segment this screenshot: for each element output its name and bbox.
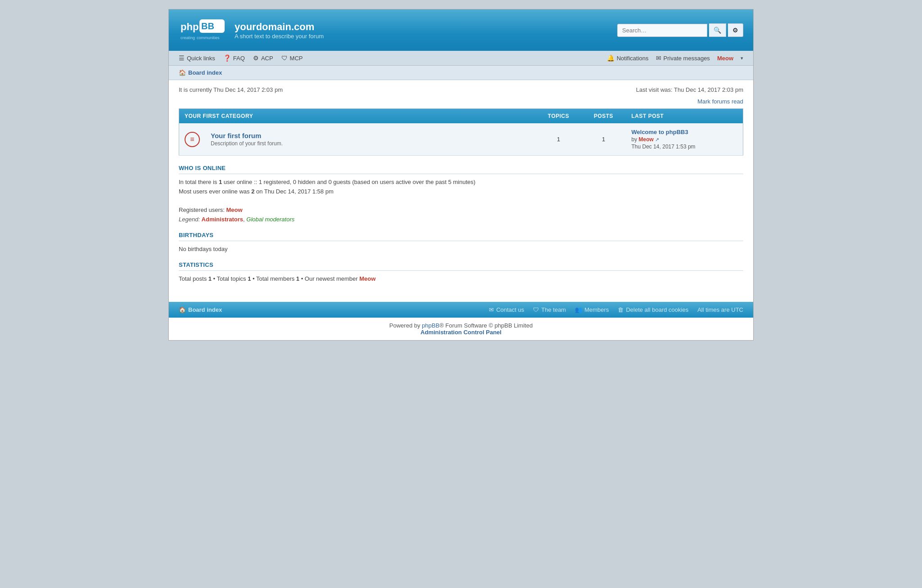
footer-bar: 🏠 Board index ✉ Contact us 🛡 The team 👥 … — [169, 302, 753, 318]
birthdays-title: BIRTHDAYS — [179, 232, 743, 241]
admin-panel-link[interactable]: Administration Control Panel — [420, 329, 502, 336]
table-row: ≡ Your first forum Description of your f… — [179, 123, 743, 156]
who-is-online-section: WHO IS ONLINE In total there is 1 user o… — [179, 165, 743, 224]
private-messages-link[interactable]: ✉ Private messages — [656, 54, 710, 62]
trash-icon: 🗑 — [618, 306, 624, 313]
footer-board-index: 🏠 Board index — [179, 306, 222, 313]
forum-description: Description of your first forum. — [211, 140, 531, 147]
footer-right-links: ✉ Contact us 🛡 The team 👥 Members 🗑 Dele… — [489, 306, 743, 313]
main-content: It is currently Thu Dec 14, 2017 2:03 pm… — [169, 80, 753, 297]
navbar: ☰ Quick links ❓ FAQ ⚙ ACP 🛡 MCP 🔔 Notifi… — [169, 51, 753, 66]
who-is-online-title: WHO IS ONLINE — [179, 165, 743, 174]
envelope-footer-icon: ✉ — [489, 306, 494, 313]
last-post-link[interactable]: Welcome to phpBB3 — [632, 129, 688, 135]
powered-by: Powered by phpBB® Forum Software © phpBB… — [169, 318, 753, 340]
admin-panel-line: Administration Control Panel — [173, 329, 749, 336]
last-post-header: LAST POST — [626, 109, 743, 124]
mod-legend-link[interactable]: Global moderators — [246, 216, 294, 223]
powered-by-line: Powered by phpBB® Forum Software © phpBB… — [173, 322, 749, 329]
who-is-online-content: In total there is 1 user online :: 1 reg… — [179, 178, 743, 224]
site-info: yourdomain.com A short text to describe … — [235, 21, 324, 40]
members-icon: 👥 — [575, 306, 582, 313]
forum-icon-cell: ≡ — [179, 123, 206, 156]
statistics-content: Total posts 1 • Total topics 1 • Total m… — [179, 274, 743, 284]
contact-us-link[interactable]: ✉ Contact us — [489, 306, 524, 313]
statistics-section: STATISTICS Total posts 1 • Total topics … — [179, 261, 743, 284]
posts-header: POSTS — [581, 109, 626, 124]
forum-table: YOUR FIRST CATEGORY TOPICS POSTS LAST PO… — [179, 108, 743, 156]
shield-footer-icon: 🛡 — [533, 306, 539, 313]
online-line2: Most users ever online was 2 on Thu Dec … — [179, 187, 743, 197]
home-icon-footer: 🏠 — [179, 306, 186, 313]
topics-header: TOPICS — [536, 109, 581, 124]
timezone-text: All times are UTC — [697, 306, 743, 313]
envelope-icon: ✉ — [656, 54, 661, 62]
notifications-link[interactable]: 🔔 Notifications — [607, 54, 649, 62]
site-description: A short text to describe your forum — [235, 33, 324, 40]
navbar-right: 🔔 Notifications ✉ Private messages Meow … — [607, 54, 743, 62]
current-time: It is currently Thu Dec 14, 2017 2:03 pm — [179, 86, 283, 93]
birthdays-section: BIRTHDAYS No birthdays today — [179, 232, 743, 254]
acp-link[interactable]: ⚙ ACP — [253, 54, 273, 62]
mark-read-area: Mark forums read — [179, 98, 743, 105]
registered-user-link[interactable]: Meow — [226, 206, 243, 213]
mark-forums-read-link[interactable]: Mark forums read — [697, 98, 743, 105]
search-button[interactable]: 🔍 — [709, 23, 726, 37]
site-header: php BB creating communities yourdomain.c… — [169, 9, 753, 51]
delete-cookies-link[interactable]: 🗑 Delete all board cookies — [618, 306, 688, 313]
forum-posts-count: 1 — [581, 123, 626, 156]
last-post-cell: Welcome to phpBB3 by Meow ↗ Thu Dec 14, … — [626, 123, 743, 156]
breadcrumb-bar: 🏠 Board index — [169, 66, 753, 80]
forum-info-cell: Your first forum Description of your fir… — [205, 123, 536, 156]
the-team-link[interactable]: 🛡 The team — [533, 306, 566, 313]
home-icon: 🏠 — [179, 69, 186, 76]
menu-icon: ☰ — [179, 54, 185, 62]
legend-line: Legend: Administrators, Global moderator… — [179, 215, 743, 224]
shield-icon: 🛡 — [281, 54, 288, 62]
category-name: YOUR FIRST CATEGORY — [179, 109, 536, 124]
forum-name-link[interactable]: Your first forum — [211, 132, 261, 139]
search-input[interactable] — [617, 24, 707, 37]
members-link[interactable]: 👥 Members — [575, 306, 609, 313]
svg-text:php: php — [181, 21, 199, 32]
quick-links-button[interactable]: ☰ Quick links — [179, 54, 215, 62]
admin-legend-link[interactable]: Administrators — [202, 216, 243, 223]
last-post-by: by Meow ↗ — [632, 136, 738, 143]
question-icon: ❓ — [223, 54, 231, 62]
site-name: yourdomain.com — [235, 21, 324, 33]
user-menu-button[interactable]: Meow — [717, 55, 733, 62]
online-line1: In total there is 1 user online :: 1 reg… — [179, 178, 743, 187]
search-area: 🔍 ⚙ — [617, 23, 743, 37]
faq-link[interactable]: ❓ FAQ — [223, 54, 245, 62]
datetime-row: It is currently Thu Dec 14, 2017 2:03 pm… — [179, 86, 743, 93]
statistics-title: STATISTICS — [179, 261, 743, 271]
svg-text:creating: creating — [181, 36, 195, 40]
svg-text:communities: communities — [197, 36, 220, 40]
footer-board-index-link[interactable]: 🏠 Board index — [179, 306, 222, 313]
gear-icon: ⚙ — [253, 54, 259, 62]
registered-users-line: Registered users: Meow — [179, 206, 743, 215]
birthdays-content: No birthdays today — [179, 245, 743, 254]
logo-area: php BB creating communities yourdomain.c… — [179, 18, 324, 43]
forum-icon: ≡ — [185, 132, 200, 147]
advanced-search-button[interactable]: ⚙ — [728, 23, 743, 37]
breadcrumb-board-index[interactable]: 🏠 Board index — [179, 69, 743, 76]
last-visit: Last visit was: Thu Dec 14, 2017 2:03 pm — [636, 86, 743, 93]
last-post-time: Thu Dec 14, 2017 1:53 pm — [632, 144, 738, 150]
svg-text:BB: BB — [201, 21, 214, 31]
forum-topics-count: 1 — [536, 123, 581, 156]
mcp-link[interactable]: 🛡 MCP — [281, 54, 303, 62]
newest-member-link[interactable]: Meow — [359, 275, 375, 282]
last-post-username[interactable]: Meow — [639, 136, 654, 143]
logo-image: php BB creating communities — [179, 18, 228, 43]
phpbb-link[interactable]: phpBB — [422, 322, 439, 329]
navbar-left: ☰ Quick links ❓ FAQ ⚙ ACP 🛡 MCP — [179, 54, 303, 62]
user-dropdown-arrow: ▾ — [741, 55, 743, 61]
bell-icon: 🔔 — [607, 54, 615, 62]
view-post-icon: ↗ — [655, 137, 659, 142]
